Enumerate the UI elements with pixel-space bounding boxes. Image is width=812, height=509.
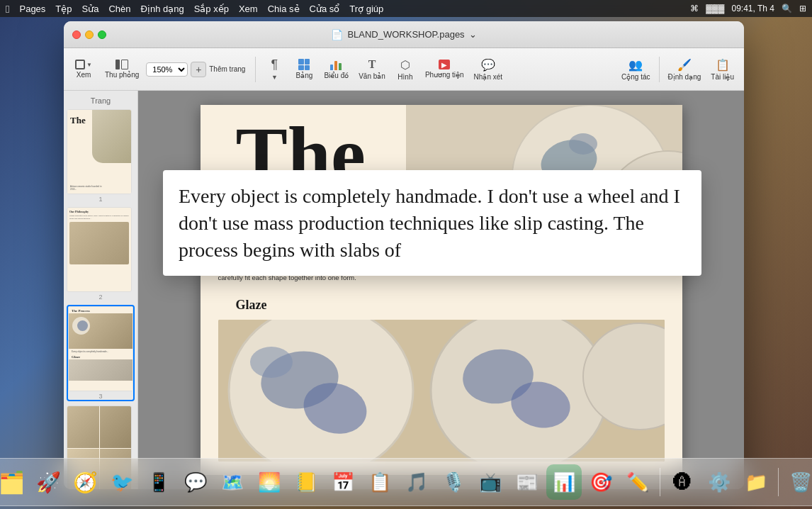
menubar-file[interactable]: Tệp: [55, 4, 72, 14]
maximize-button[interactable]: [98, 30, 106, 39]
process-title: The Process: [218, 197, 665, 216]
dock-trash[interactable]: 🗑️: [783, 464, 812, 500]
zoom-select[interactable]: 150%: [146, 62, 188, 77]
menubar-help[interactable]: Trợ giúp: [349, 4, 383, 14]
search-icon[interactable]: 🔍: [782, 4, 792, 13]
dock-keynote[interactable]: 🎯: [583, 464, 619, 500]
toolbar-divider-2: [659, 57, 660, 82]
glaze-section: Glaze: [201, 291, 682, 320]
toolbar: ▼ Xem Thu phỏng 150% + Thêm trang: [64, 48, 744, 91]
dock-contacts[interactable]: 📒: [288, 464, 324, 500]
shape-icon: ⬡: [400, 58, 410, 72]
dock-reminders[interactable]: 📋: [362, 464, 397, 500]
chart-button[interactable]: Biểu đồ: [320, 56, 353, 82]
page-1-thumb-inner: The Artisan ceramic studio founded in 20…: [67, 109, 132, 194]
dock-music[interactable]: 🎵: [399, 464, 434, 500]
comment-button[interactable]: 💬 Nhận xét: [470, 55, 507, 84]
thumb1-small-text: Artisan ceramic studio founded in 2015..…: [70, 185, 106, 191]
ceramic-bottom-image: [218, 320, 665, 462]
add-page-label: Thêm trang: [209, 65, 245, 73]
thumb1-bg: The Artisan ceramic studio founded in 20…: [67, 110, 131, 194]
table-button[interactable]: Bảng: [290, 56, 318, 82]
format-panel-label: Định dạng: [668, 73, 701, 81]
minimize-button[interactable]: [85, 30, 94, 39]
dock-systemprefs[interactable]: ⚙️: [701, 464, 737, 500]
wifi-icon: ⌘: [690, 4, 699, 13]
menubar-arrange[interactable]: Sắp xếp: [194, 4, 229, 14]
glaze-title: Glaze: [218, 298, 665, 316]
dock-photos[interactable]: 🌅: [252, 464, 287, 500]
thumbnail-button[interactable]: Thu phỏng: [101, 57, 143, 82]
docs-button[interactable]: 📋 Tài liệu: [706, 55, 738, 84]
thumb2-bg: Our Philosophy Taking inspiration from n…: [67, 208, 131, 291]
docs-label: Tài liệu: [711, 73, 734, 81]
media-button[interactable]: ▶ Phương tiện: [421, 57, 468, 82]
control-center-icon[interactable]: ⊞: [799, 4, 806, 13]
dock-safari[interactable]: 🧭: [67, 464, 103, 500]
document-canvas[interactable]: The The Process Every object is complete…: [138, 91, 744, 489]
page-2-num: 2: [67, 293, 135, 301]
menubar-left:  Pages Tệp Sửa Chèn Định dạng Sắp xếp X…: [6, 3, 383, 15]
shape-button[interactable]: ⬡ Hình: [391, 55, 419, 84]
menubar-view[interactable]: Xem: [239, 4, 258, 14]
dock-maps[interactable]: 🗺️: [215, 464, 250, 500]
collab-label: Cộng tác: [621, 73, 650, 81]
view-button[interactable]: ▼ Xem: [69, 57, 98, 82]
comment-icon: 💬: [481, 58, 495, 72]
dock-finder[interactable]: 🗂️: [0, 464, 29, 500]
menubar-insert[interactable]: Chèn: [108, 4, 130, 14]
thumbnail-icon: [115, 60, 128, 69]
docs-icon: 📋: [716, 58, 730, 72]
thumb3-bottom-img: [69, 359, 132, 381]
menubar-share[interactable]: Chia sẻ: [268, 4, 300, 14]
battery-icon: ▓▓▓: [706, 4, 724, 13]
large-the-text: The: [218, 104, 383, 198]
dock-calendar[interactable]: 📅: [325, 464, 361, 500]
chart-icon: [330, 59, 343, 70]
thumb4-cell2: [100, 406, 132, 448]
text-column: Every object is completely handmade. I d…: [218, 223, 410, 284]
format-panel-button[interactable]: 🖌️ Định dạng: [664, 55, 706, 84]
dock-podcasts[interactable]: 🎙️: [436, 464, 471, 500]
page-3-content: The The Process Every object is complete…: [201, 105, 682, 475]
dock-messages[interactable]: 💬: [178, 464, 213, 500]
menubar-edit[interactable]: Sửa: [82, 4, 99, 14]
apple-menu[interactable]: : [6, 3, 9, 15]
titlebar-center: 📄 BLAND_WORKSHOP.pages ⌄: [331, 29, 476, 40]
dock-sketch[interactable]: ✏️: [620, 464, 655, 500]
menubar-format[interactable]: Định dạng: [141, 4, 184, 14]
bottom-image: [218, 320, 665, 462]
paragraph-button[interactable]: ¶ ▼: [260, 55, 288, 84]
menubar-window[interactable]: Cửa sổ: [310, 4, 340, 14]
dock-divider: [660, 468, 660, 496]
collab-button[interactable]: 👥 Cộng tác: [617, 55, 654, 84]
dock-launchpad[interactable]: 🚀: [30, 464, 66, 500]
dock: 🗂️ 🚀 🧭 🐦 📱 💬 🗺️ 🌅 📒 📅 📋 🎵 🎙️ 📺 📰 📊 🎯 ✏️ …: [0, 458, 812, 506]
dock-appstore[interactable]: 🅐: [665, 464, 700, 500]
comment-label: Nhận xét: [474, 73, 502, 81]
dock-mail[interactable]: 🐦: [104, 464, 140, 500]
format-panel-icon: 🖌️: [677, 58, 692, 72]
page-1-num: 1: [67, 196, 135, 203]
page-thumbnail-sidebar: Trang The Artisan ceramic studio founded…: [64, 91, 138, 489]
dock-news[interactable]: 📰: [509, 464, 545, 500]
table-label: Bảng: [296, 72, 313, 79]
dock-finder2[interactable]: 📁: [738, 464, 774, 500]
page-2-thumbnail[interactable]: Our Philosophy Taking inspiration from n…: [67, 207, 135, 301]
collab-icon: 👥: [628, 58, 643, 72]
thumb3-main-img: [69, 313, 132, 349]
page-1-thumbnail[interactable]: The Artisan ceramic studio founded in 20…: [67, 109, 135, 203]
add-page-button[interactable]: +: [191, 62, 206, 77]
close-button[interactable]: [72, 30, 81, 39]
dock-appletv[interactable]: 📺: [473, 464, 508, 500]
view-icon: ▼: [75, 60, 92, 69]
thumb3-text: Every object is completely handmade...: [69, 349, 132, 354]
menubar-pages[interactable]: Pages: [19, 4, 45, 14]
title-chevron[interactable]: ⌄: [469, 29, 477, 40]
pages-doc-icon: 📄: [331, 29, 343, 40]
text-button[interactable]: T Văn bản: [354, 55, 390, 83]
view-label: Xem: [77, 71, 91, 79]
dock-numbers[interactable]: 📊: [546, 464, 582, 500]
dock-facetime[interactable]: 📱: [141, 464, 176, 500]
page-3-thumbnail[interactable]: The Process Every object is completely h…: [67, 305, 135, 401]
